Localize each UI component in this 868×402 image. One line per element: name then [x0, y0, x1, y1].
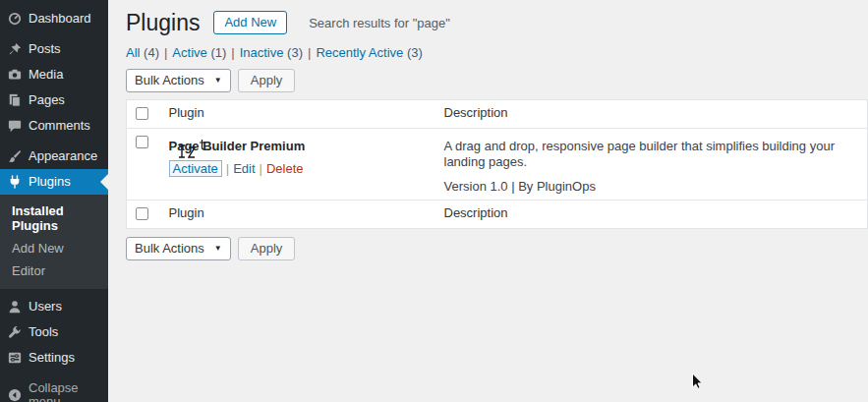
plugins-submenu: Installed Plugins Add New Editor — [0, 195, 108, 289]
sidebar-item-tools[interactable]: Tools — [0, 319, 108, 345]
bulk-actions-select[interactable]: Bulk Actions ▼ — [126, 69, 231, 92]
sidebar-item-label: Comments — [29, 119, 90, 133]
action-separator: | — [260, 161, 262, 176]
sidebar-item-appearance[interactable]: Appearance — [0, 144, 108, 169]
action-separator: | — [226, 161, 229, 176]
bulk-actions-select-bottom[interactable]: Bulk Actions ▼ — [126, 237, 231, 260]
add-new-button[interactable]: Add New — [213, 11, 287, 34]
dashboard-icon — [8, 12, 22, 26]
sidebar-item-label: Dashboard — [29, 12, 91, 26]
text-cursor-artifact — [178, 144, 186, 158]
sliders-icon — [8, 351, 22, 365]
select-all-checkbox-bottom[interactable] — [136, 207, 148, 220]
plug-icon — [8, 175, 22, 189]
table-header-row: Plugin Description — [127, 100, 868, 129]
sidebar-item-label: Media — [29, 68, 63, 82]
sidebar-item-label: Posts — [29, 42, 61, 56]
sidebar-item-collapse-menu[interactable]: Collapse menu — [0, 375, 108, 402]
table-footer: Plugin Description — [127, 201, 868, 229]
sidebar-item-media[interactable]: Media — [0, 62, 108, 87]
main-content: Plugins Add New Search results for "page… — [108, 0, 868, 402]
filter-all-link[interactable]: All (4) — [126, 45, 159, 60]
filter-recently-active-count: (3) — [407, 45, 423, 60]
plugin-status-filters: All (4)|Active (1)|Inactive (3)|Recently… — [126, 45, 868, 61]
table-footer-row: Plugin Description — [127, 201, 868, 229]
filter-separator: | — [164, 45, 167, 60]
column-header-description: Description — [435, 100, 868, 129]
page-header: Plugins Add New Search results for "page… — [126, 8, 868, 37]
sidebar-item-label: Collapse menu — [29, 381, 100, 402]
plugins-list-table: Plugin Description Page Builder Premium … — [126, 99, 868, 229]
filter-separator: | — [308, 45, 311, 60]
select-all-checkbox-top[interactable] — [136, 107, 148, 120]
cursor-trail-artifact — [199, 140, 205, 150]
sidebar-item-plugins[interactable]: Plugins — [0, 169, 108, 195]
camera-icon — [8, 68, 22, 82]
comment-icon — [8, 119, 22, 133]
filter-inactive-count: (3) — [287, 45, 303, 60]
filter-separator: | — [231, 45, 234, 60]
sidebar-item-settings[interactable]: Settings — [0, 345, 108, 371]
submenu-item-editor[interactable]: Editor — [0, 259, 108, 282]
brush-icon — [8, 149, 22, 163]
sidebar-item-label: Tools — [29, 325, 58, 339]
delete-link[interactable]: Delete — [266, 161, 304, 176]
table-header: Plugin Description — [127, 100, 868, 129]
plugin-description-cell: A drag and drop, responsive page builder… — [435, 129, 868, 201]
column-footer-description: Description — [435, 201, 868, 229]
apply-button-top[interactable]: Apply — [238, 69, 296, 92]
filter-active-count: (1) — [210, 45, 226, 60]
submenu-item-installed-plugins[interactable]: Installed Plugins — [0, 200, 108, 237]
sidebar-item-label: Settings — [29, 351, 75, 365]
filter-active-link[interactable]: Active (1) — [172, 45, 226, 60]
dropdown-caret-icon: ▼ — [214, 76, 222, 85]
sidebar-item-label: Users — [29, 300, 62, 314]
bulk-actions-selected-value: Bulk Actions — [135, 241, 204, 256]
sidebar-item-label: Plugins — [29, 175, 71, 189]
mouse-cursor — [691, 373, 704, 395]
collapse-icon — [8, 388, 22, 402]
edit-link[interactable]: Edit — [233, 161, 255, 176]
bulk-actions-bar-bottom: Bulk Actions ▼ Apply — [126, 236, 868, 260]
bulk-actions-selected-value: Bulk Actions — [135, 73, 204, 87]
wordpress-admin-plugins-page: { "sidebar": { "items": [ { "label": "Da… — [0, 0, 868, 402]
admin-sidebar: Dashboard Posts Media Pages Comments App… — [0, 0, 108, 402]
sidebar-item-label: Appearance — [29, 149, 97, 163]
sidebar-item-label: Pages — [29, 93, 65, 107]
bulk-actions-bar-top: Bulk Actions ▼ Apply — [126, 68, 868, 92]
activate-link[interactable]: Activate — [169, 160, 222, 177]
row-checkbox[interactable] — [136, 136, 148, 148]
filter-inactive-link[interactable]: Inactive (3) — [240, 45, 303, 60]
page-title: Plugins — [126, 9, 200, 37]
filter-recently-active-link[interactable]: Recently Active (3) — [316, 45, 422, 60]
column-header-plugin: Plugin — [160, 100, 435, 129]
busy-cursor-artifact — [188, 146, 196, 158]
sidebar-item-posts[interactable]: Posts — [0, 36, 108, 62]
sidebar-item-comments[interactable]: Comments — [0, 113, 108, 139]
plugin-description: A drag and drop, responsive page builder… — [444, 139, 859, 170]
wrench-icon — [8, 325, 22, 339]
pin-icon — [8, 42, 22, 56]
column-footer-plugin: Plugin — [160, 201, 435, 229]
sidebar-item-pages[interactable]: Pages — [0, 87, 108, 113]
table-row: Page Builder Premium Activate|Edit|Delet… — [127, 129, 868, 201]
sidebar-item-users[interactable]: Users — [0, 294, 108, 319]
submenu-item-add-new[interactable]: Add New — [0, 237, 108, 259]
search-results-text: Search results for "page" — [309, 16, 450, 30]
dropdown-caret-icon: ▼ — [214, 244, 222, 253]
apply-button-bottom[interactable]: Apply — [238, 237, 296, 260]
filter-all-count: (4) — [144, 45, 159, 60]
sidebar-item-dashboard[interactable]: Dashboard — [0, 6, 108, 31]
pages-icon — [8, 93, 22, 107]
plugin-name: Page Builder Premium — [169, 139, 427, 153]
plugin-version-meta: Version 1.0 | By PluginOps — [444, 179, 859, 195]
plugin-row-actions: Activate|Edit|Delete — [169, 161, 427, 176]
user-icon — [8, 300, 22, 314]
